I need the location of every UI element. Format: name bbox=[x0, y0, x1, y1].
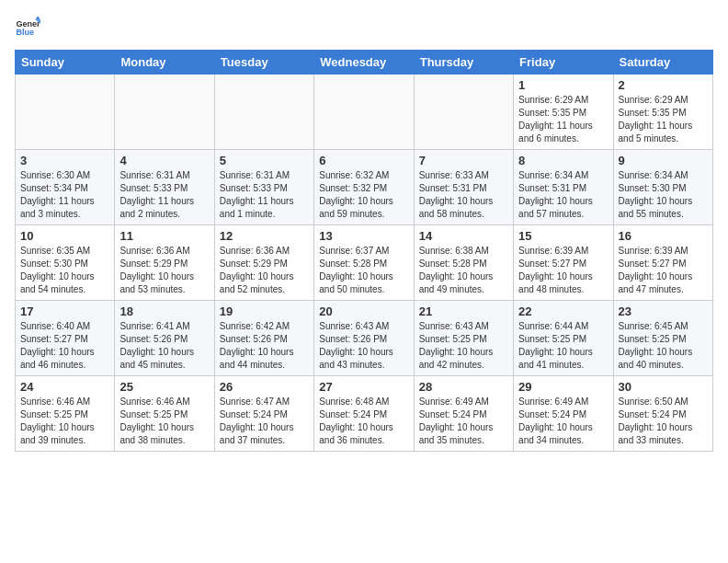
weekday-header-sunday: Sunday bbox=[16, 51, 115, 75]
day-info: Sunrise: 6:29 AM Sunset: 5:35 PM Dayligh… bbox=[518, 94, 608, 145]
day-info: Sunrise: 6:46 AM Sunset: 5:25 PM Dayligh… bbox=[20, 396, 109, 447]
calendar-cell: 13Sunrise: 6:37 AM Sunset: 5:28 PM Dayli… bbox=[314, 225, 414, 301]
page-header: General Blue bbox=[15, 15, 713, 40]
day-info: Sunrise: 6:41 AM Sunset: 5:26 PM Dayligh… bbox=[119, 320, 209, 372]
day-info: Sunrise: 6:36 AM Sunset: 5:29 PM Dayligh… bbox=[119, 245, 209, 296]
logo: General Blue bbox=[15, 15, 40, 40]
day-info: Sunrise: 6:36 AM Sunset: 5:29 PM Dayligh… bbox=[220, 245, 309, 296]
day-number: 3 bbox=[20, 154, 109, 167]
day-number: 20 bbox=[319, 304, 408, 318]
calendar-cell: 29Sunrise: 6:49 AM Sunset: 5:24 PM Dayli… bbox=[514, 376, 613, 452]
calendar-cell: 18Sunrise: 6:41 AM Sunset: 5:26 PM Dayli… bbox=[115, 301, 214, 376]
calendar-cell: 7Sunrise: 6:33 AM Sunset: 5:31 PM Daylig… bbox=[414, 150, 513, 225]
day-info: Sunrise: 6:44 AM Sunset: 5:25 PM Dayligh… bbox=[518, 320, 608, 372]
day-info: Sunrise: 6:31 AM Sunset: 5:33 PM Dayligh… bbox=[119, 169, 209, 221]
day-number: 5 bbox=[220, 154, 309, 167]
day-number: 9 bbox=[619, 154, 708, 167]
day-number: 30 bbox=[619, 380, 708, 394]
svg-marker-2 bbox=[35, 16, 40, 19]
day-number: 27 bbox=[319, 380, 408, 394]
logo-icon: General Blue bbox=[15, 15, 40, 40]
calendar-cell: 1Sunrise: 6:29 AM Sunset: 5:35 PM Daylig… bbox=[514, 75, 613, 150]
calendar-cell: 6Sunrise: 6:32 AM Sunset: 5:32 PM Daylig… bbox=[314, 150, 414, 225]
day-info: Sunrise: 6:34 AM Sunset: 5:30 PM Dayligh… bbox=[619, 169, 708, 221]
day-number: 6 bbox=[319, 154, 408, 167]
calendar-cell: 28Sunrise: 6:49 AM Sunset: 5:24 PM Dayli… bbox=[414, 376, 513, 452]
day-info: Sunrise: 6:35 AM Sunset: 5:30 PM Dayligh… bbox=[20, 245, 109, 296]
calendar-cell: 10Sunrise: 6:35 AM Sunset: 5:30 PM Dayli… bbox=[16, 225, 115, 301]
day-number: 21 bbox=[419, 304, 508, 318]
calendar-cell: 27Sunrise: 6:48 AM Sunset: 5:24 PM Dayli… bbox=[314, 376, 414, 452]
calendar-cell: 3Sunrise: 6:30 AM Sunset: 5:34 PM Daylig… bbox=[16, 150, 115, 225]
day-number: 12 bbox=[220, 229, 309, 243]
day-number: 18 bbox=[119, 304, 209, 318]
calendar-cell: 26Sunrise: 6:47 AM Sunset: 5:24 PM Dayli… bbox=[214, 376, 313, 452]
calendar-cell: 24Sunrise: 6:46 AM Sunset: 5:25 PM Dayli… bbox=[16, 376, 115, 452]
calendar-cell: 8Sunrise: 6:34 AM Sunset: 5:31 PM Daylig… bbox=[514, 150, 613, 225]
day-info: Sunrise: 6:49 AM Sunset: 5:24 PM Dayligh… bbox=[518, 396, 608, 447]
day-info: Sunrise: 6:29 AM Sunset: 5:35 PM Dayligh… bbox=[619, 94, 708, 145]
day-info: Sunrise: 6:33 AM Sunset: 5:31 PM Dayligh… bbox=[419, 169, 508, 221]
calendar-cell: 15Sunrise: 6:39 AM Sunset: 5:27 PM Dayli… bbox=[514, 225, 613, 301]
calendar-cell bbox=[314, 75, 414, 150]
calendar-cell: 20Sunrise: 6:43 AM Sunset: 5:26 PM Dayli… bbox=[314, 301, 414, 376]
calendar-cell: 25Sunrise: 6:46 AM Sunset: 5:25 PM Dayli… bbox=[115, 376, 214, 452]
calendar-cell: 11Sunrise: 6:36 AM Sunset: 5:29 PM Dayli… bbox=[115, 225, 214, 301]
day-number: 7 bbox=[419, 154, 508, 167]
weekday-header-monday: Monday bbox=[115, 51, 214, 75]
day-info: Sunrise: 6:45 AM Sunset: 5:25 PM Dayligh… bbox=[619, 320, 708, 372]
day-info: Sunrise: 6:49 AM Sunset: 5:24 PM Dayligh… bbox=[419, 396, 508, 447]
day-number: 17 bbox=[20, 304, 109, 318]
day-number: 19 bbox=[220, 304, 309, 318]
calendar-cell: 2Sunrise: 6:29 AM Sunset: 5:35 PM Daylig… bbox=[613, 75, 712, 150]
calendar-week-4: 17Sunrise: 6:40 AM Sunset: 5:27 PM Dayli… bbox=[16, 301, 713, 376]
day-info: Sunrise: 6:40 AM Sunset: 5:27 PM Dayligh… bbox=[20, 320, 109, 372]
day-number: 25 bbox=[119, 380, 209, 394]
day-info: Sunrise: 6:30 AM Sunset: 5:34 PM Dayligh… bbox=[20, 169, 109, 221]
calendar-cell bbox=[115, 75, 214, 150]
day-info: Sunrise: 6:34 AM Sunset: 5:31 PM Dayligh… bbox=[518, 169, 608, 221]
day-info: Sunrise: 6:32 AM Sunset: 5:32 PM Dayligh… bbox=[319, 169, 408, 221]
calendar-week-2: 3Sunrise: 6:30 AM Sunset: 5:34 PM Daylig… bbox=[16, 150, 713, 225]
day-number: 13 bbox=[319, 229, 408, 243]
calendar-cell: 9Sunrise: 6:34 AM Sunset: 5:30 PM Daylig… bbox=[613, 150, 712, 225]
day-number: 28 bbox=[419, 380, 508, 394]
calendar-cell: 21Sunrise: 6:43 AM Sunset: 5:25 PM Dayli… bbox=[414, 301, 513, 376]
calendar-cell: 19Sunrise: 6:42 AM Sunset: 5:26 PM Dayli… bbox=[214, 301, 313, 376]
calendar-week-3: 10Sunrise: 6:35 AM Sunset: 5:30 PM Dayli… bbox=[16, 225, 713, 301]
weekday-header-thursday: Thursday bbox=[414, 51, 513, 75]
day-info: Sunrise: 6:48 AM Sunset: 5:24 PM Dayligh… bbox=[319, 396, 408, 447]
calendar-cell bbox=[16, 75, 115, 150]
weekday-header-row: SundayMondayTuesdayWednesdayThursdayFrid… bbox=[16, 51, 713, 75]
weekday-header-wednesday: Wednesday bbox=[314, 51, 414, 75]
day-number: 22 bbox=[518, 304, 608, 318]
day-number: 4 bbox=[119, 154, 209, 167]
day-number: 11 bbox=[119, 229, 209, 243]
weekday-header-friday: Friday bbox=[514, 51, 613, 75]
weekday-header-tuesday: Tuesday bbox=[214, 51, 313, 75]
day-number: 1 bbox=[518, 78, 608, 92]
day-info: Sunrise: 6:38 AM Sunset: 5:28 PM Dayligh… bbox=[419, 245, 508, 296]
day-info: Sunrise: 6:46 AM Sunset: 5:25 PM Dayligh… bbox=[119, 396, 209, 447]
day-number: 15 bbox=[518, 229, 608, 243]
day-number: 24 bbox=[20, 380, 109, 394]
calendar-cell: 12Sunrise: 6:36 AM Sunset: 5:29 PM Dayli… bbox=[214, 225, 313, 301]
day-number: 14 bbox=[419, 229, 508, 243]
calendar-cell: 14Sunrise: 6:38 AM Sunset: 5:28 PM Dayli… bbox=[414, 225, 513, 301]
day-info: Sunrise: 6:43 AM Sunset: 5:26 PM Dayligh… bbox=[319, 320, 408, 372]
calendar-cell: 4Sunrise: 6:31 AM Sunset: 5:33 PM Daylig… bbox=[115, 150, 214, 225]
calendar-cell: 5Sunrise: 6:31 AM Sunset: 5:33 PM Daylig… bbox=[214, 150, 313, 225]
day-info: Sunrise: 6:42 AM Sunset: 5:26 PM Dayligh… bbox=[220, 320, 309, 372]
calendar-cell: 23Sunrise: 6:45 AM Sunset: 5:25 PM Dayli… bbox=[613, 301, 712, 376]
calendar-cell: 22Sunrise: 6:44 AM Sunset: 5:25 PM Dayli… bbox=[514, 301, 613, 376]
svg-text:Blue: Blue bbox=[16, 28, 34, 37]
day-number: 10 bbox=[20, 229, 109, 243]
calendar-week-1: 1Sunrise: 6:29 AM Sunset: 5:35 PM Daylig… bbox=[16, 75, 713, 150]
calendar-cell: 30Sunrise: 6:50 AM Sunset: 5:24 PM Dayli… bbox=[613, 376, 712, 452]
day-info: Sunrise: 6:43 AM Sunset: 5:25 PM Dayligh… bbox=[419, 320, 508, 372]
weekday-header-saturday: Saturday bbox=[613, 51, 712, 75]
day-info: Sunrise: 6:47 AM Sunset: 5:24 PM Dayligh… bbox=[220, 396, 309, 447]
day-number: 16 bbox=[619, 229, 708, 243]
day-number: 26 bbox=[220, 380, 309, 394]
calendar-cell bbox=[414, 75, 513, 150]
